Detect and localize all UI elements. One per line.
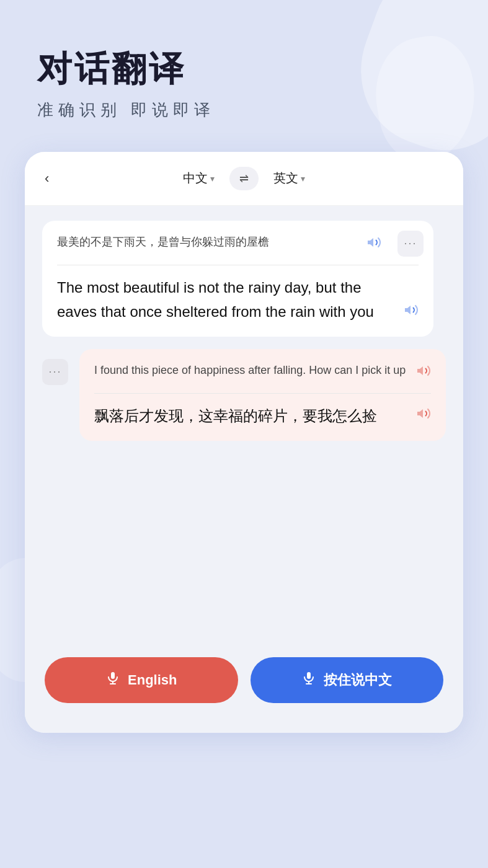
bottom-bar: English 按住说中文 xyxy=(25,640,463,733)
msg-2-translation: 飘落后才发现，这幸福的碎片，要我怎么捡 xyxy=(94,394,431,428)
swap-button[interactable]: ⇌ xyxy=(229,167,259,190)
lang-left-arrow: ▾ xyxy=(210,174,215,184)
page-header: 对话翻译 准确识别 即说即译 xyxy=(0,0,488,146)
msg-2-original-text: I found this piece of happiness after fa… xyxy=(94,361,410,379)
back-button[interactable]: ‹ xyxy=(45,170,49,187)
lang-left-button[interactable]: 中文 ▾ xyxy=(183,170,215,187)
msg-2-original: I found this piece of happiness after fa… xyxy=(94,361,431,394)
more-menu-button-2[interactable]: ··· xyxy=(42,359,68,385)
chinese-speak-button[interactable]: 按住说中文 xyxy=(251,657,444,703)
msg-1-sound-icon[interactable] xyxy=(366,234,381,256)
msg-1-translation-text: The most beautiful is not the rainy day,… xyxy=(57,275,397,324)
phone-card: ‹ 中文 ▾ ⇌ 英文 ▾ ··· 最美的不是下雨天，是曾与你躲过雨的屋檐 xyxy=(25,152,463,733)
page-subtitle: 准确识别 即说即译 xyxy=(37,99,451,121)
message-2: I found this piece of happiness after fa… xyxy=(79,349,446,441)
lang-right-arrow: ▾ xyxy=(301,174,305,184)
msg-2-translation-text: 飘落后才发现，这幸福的碎片，要我怎么捡 xyxy=(94,404,410,428)
chinese-mic-icon xyxy=(301,671,316,689)
message-1: ··· 最美的不是下雨天，是曾与你躲过雨的屋檐 The most beautif… xyxy=(42,221,433,337)
msg-1-original-text: 最美的不是下雨天，是曾与你躲过雨的屋檐 xyxy=(57,233,360,251)
english-speak-button[interactable]: English xyxy=(45,657,238,703)
svg-rect-0 xyxy=(111,672,115,679)
msg-2-translation-sound-icon[interactable] xyxy=(416,405,431,428)
page-title: 对话翻译 xyxy=(37,50,451,88)
lang-right-button[interactable]: 英文 ▾ xyxy=(273,170,305,187)
msg-1-original: 最美的不是下雨天，是曾与你躲过雨的屋檐 xyxy=(57,233,419,265)
chinese-button-label: 按住说中文 xyxy=(324,671,392,689)
chat-area: ··· 最美的不是下雨天，是曾与你躲过雨的屋檐 The most beautif… xyxy=(25,206,463,640)
english-mic-icon xyxy=(105,671,120,689)
msg-1-translation: The most beautiful is not the rainy day,… xyxy=(57,265,419,324)
message-2-wrapper: ··· I found this piece of happiness afte… xyxy=(42,349,446,441)
more-menu-button-1[interactable]: ··· xyxy=(397,231,424,257)
msg-2-sound-icon[interactable] xyxy=(416,363,431,384)
card-header: ‹ 中文 ▾ ⇌ 英文 ▾ xyxy=(25,152,463,206)
english-button-label: English xyxy=(128,672,177,688)
svg-rect-3 xyxy=(307,672,311,679)
msg-1-translation-sound-icon[interactable] xyxy=(404,302,419,324)
